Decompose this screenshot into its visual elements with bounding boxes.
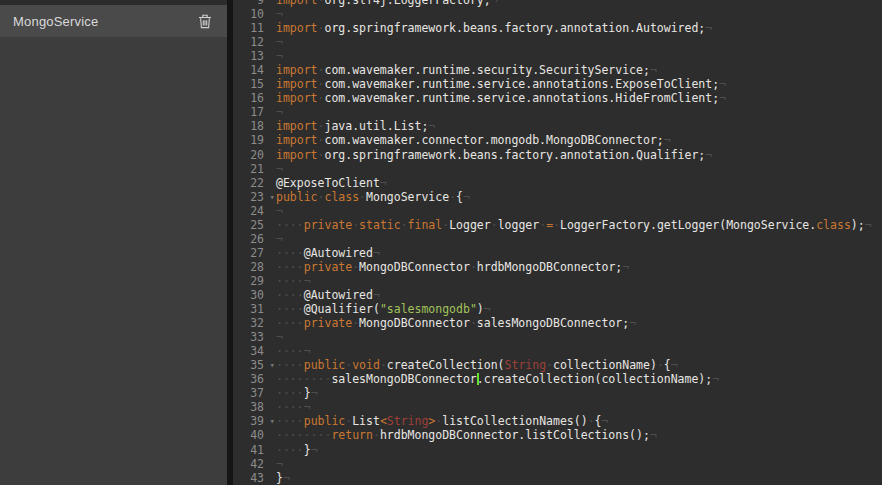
line-number: 33: [233, 330, 276, 344]
code-token: {: [595, 414, 602, 428]
code-line-text[interactable]: ····¬: [276, 400, 882, 414]
eol-marker: ¬: [712, 372, 719, 386]
whitespace-dots: ····: [276, 274, 304, 288]
code-line-text[interactable]: ········return·hrdbMongoDBConnector.list…: [276, 428, 882, 442]
eol-marker: ¬: [276, 105, 283, 119]
code-line-text[interactable]: ¬: [276, 35, 882, 49]
code-line-text[interactable]: ¬: [276, 105, 882, 119]
line-number: 34: [233, 344, 276, 358]
code-line: 33¬: [233, 330, 882, 344]
code-line-text[interactable]: import·org.springframework.beans.factory…: [276, 21, 882, 35]
eol-marker: ¬: [463, 190, 470, 204]
line-number: 15: [233, 77, 276, 91]
code-token: private: [304, 316, 352, 330]
code-token: java.util.List;: [324, 119, 428, 133]
whitespace-dots: ····: [276, 344, 304, 358]
eol-marker: ¬: [629, 316, 636, 330]
sidebar-item-mongoservice[interactable]: MongoService: [0, 5, 227, 37]
code-token: import: [276, 63, 318, 77]
code-line-text[interactable]: ····}¬: [276, 386, 882, 400]
trash-icon: [198, 14, 212, 29]
eol-marker: ¬: [276, 232, 283, 246]
code-line: 41····}¬: [233, 443, 882, 457]
code-line-text[interactable]: import·com.wavemaker.runtime.service.ann…: [276, 77, 882, 91]
code-line-text[interactable]: ····@Autowired¬: [276, 246, 882, 260]
whitespace-dots: ····: [276, 260, 304, 274]
whitespace-dots: ·: [546, 358, 553, 372]
code-line-text[interactable]: ¬: [276, 7, 882, 21]
fold-arrow-icon[interactable]: ▾: [270, 358, 275, 372]
code-line-text[interactable]: ····private·static·final·Logger·logger·=…: [276, 218, 882, 232]
code-line-text[interactable]: import·org.springframework.beans.factory…: [276, 148, 882, 162]
code-line-text[interactable]: import·com.wavemaker.runtime.service.ann…: [276, 91, 882, 105]
code-line-text[interactable]: ¬: [276, 232, 882, 246]
code-token: com.wavemaker.runtime.service.annotation…: [324, 77, 719, 91]
code-token: static: [359, 218, 401, 232]
code-line-text[interactable]: import·com.wavemaker.runtime.security.Se…: [276, 63, 882, 77]
code-token: org.springframework.beans.factory.annota…: [324, 21, 705, 35]
code-token: import: [276, 148, 318, 162]
code-line-text[interactable]: }¬: [276, 471, 882, 485]
line-number: 28: [233, 260, 276, 274]
fold-arrow-icon[interactable]: ▾: [270, 190, 275, 204]
code-token: listCollectionNames(): [442, 414, 587, 428]
code-line-text[interactable]: ····public·void·createCollection(String·…: [276, 358, 882, 372]
code-token: LoggerFactory.getLogger(MongoService.: [560, 218, 816, 232]
code-line-text[interactable]: import·org.slf4j.LoggerFactory;¬: [276, 0, 882, 7]
code-line-text[interactable]: ····¬: [276, 274, 882, 288]
code-line: 35▾····public·void·createCollection(Stri…: [233, 358, 882, 372]
line-number: 22: [233, 176, 276, 190]
code-token: import: [276, 91, 318, 105]
gutter-cell: 27: [233, 246, 276, 260]
eol-marker: ¬: [276, 35, 283, 49]
whitespace-dots: ········: [276, 428, 331, 442]
delete-service-button[interactable]: [197, 12, 215, 30]
code-line-text[interactable]: ····@Autowired¬: [276, 288, 882, 302]
line-number: 32: [233, 316, 276, 330]
code-line: 12¬: [233, 35, 882, 49]
code-token: void: [352, 358, 380, 372]
gutter-cell: 41: [233, 443, 276, 457]
line-number: 30: [233, 288, 276, 302]
gutter-cell: 18: [233, 119, 276, 133]
eol-marker: ¬: [719, 77, 726, 91]
code-line-text[interactable]: ¬: [276, 204, 882, 218]
gutter-cell: 17: [233, 105, 276, 119]
eol-marker: ¬: [719, 91, 726, 105]
code-editor[interactable]: 9import·org.slf4j.LoggerFactory;¬10¬11im…: [233, 0, 882, 485]
code-line-text[interactable]: import·com.wavemaker.connector.mongodb.M…: [276, 133, 882, 147]
fold-arrow-icon[interactable]: ▾: [270, 414, 275, 428]
code-token: private: [304, 218, 352, 232]
line-number: 16: [233, 91, 276, 105]
code-line-text[interactable]: ····@Qualifier("salesmongodb")¬: [276, 302, 882, 316]
gutter-cell: 31: [233, 302, 276, 316]
code-line-text[interactable]: ········salesMongoDBConnector.createColl…: [276, 372, 882, 386]
editor-scroll-content: 9import·org.slf4j.LoggerFactory;¬10¬11im…: [233, 0, 882, 485]
code-line-text[interactable]: ····public·List<String>·listCollectionNa…: [276, 414, 882, 428]
code-token: import: [276, 21, 318, 35]
code-line-text[interactable]: ····private·MongoDBConnector·salesMongoD…: [276, 316, 882, 330]
code-line-text[interactable]: @ExposeToClient¬: [276, 176, 882, 190]
gutter-cell: 19: [233, 133, 276, 147]
code-line-text[interactable]: ¬: [276, 457, 882, 471]
eol-marker: ¬: [311, 386, 318, 400]
code-line-text[interactable]: import·java.util.List;¬: [276, 119, 882, 133]
line-number: 26: [233, 232, 276, 246]
code-line: 23▾public·class·MongoService·{¬: [233, 190, 882, 204]
gutter-cell: 13: [233, 49, 276, 63]
eol-marker: ¬: [304, 274, 311, 288]
code-line-text[interactable]: ····¬: [276, 344, 882, 358]
code-line-text[interactable]: ····private·MongoDBConnector·hrdbMongoDB…: [276, 260, 882, 274]
gutter-cell: 32: [233, 316, 276, 330]
code-line: 42¬: [233, 457, 882, 471]
code-line-text[interactable]: ····}¬: [276, 443, 882, 457]
code-token: public: [276, 190, 318, 204]
code-line-text[interactable]: public·class·MongoService·{¬: [276, 190, 882, 204]
code-line-text[interactable]: ¬: [276, 162, 882, 176]
code-line-text[interactable]: ¬: [276, 49, 882, 63]
code-token: class: [324, 190, 359, 204]
gutter-cell: 28: [233, 260, 276, 274]
code-line-text[interactable]: ¬: [276, 330, 882, 344]
code-token: logger: [498, 218, 540, 232]
whitespace-dots: ····: [276, 386, 304, 400]
